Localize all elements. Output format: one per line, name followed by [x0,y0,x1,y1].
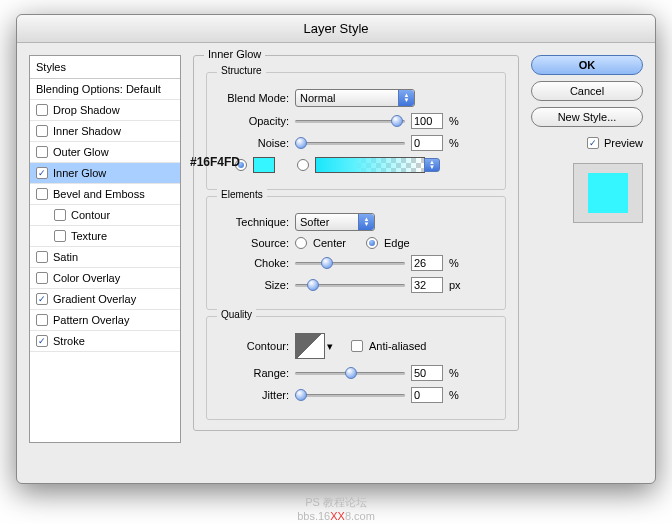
sidebar-blending-options[interactable]: Blending Options: Default [30,79,180,100]
choke-slider[interactable] [295,256,405,270]
dialog-title: Layer Style [17,15,655,43]
checkbox[interactable] [36,314,48,326]
sidebar-item-label: Texture [71,230,107,242]
checkbox[interactable] [36,251,48,263]
chevron-updown-icon: ▲▼ [358,214,374,230]
sidebar-item-label: Inner Shadow [53,125,121,137]
checkbox[interactable] [54,209,66,221]
opacity-unit: % [449,115,459,127]
source-edge-radio[interactable] [366,237,378,249]
noise-label: Noise: [217,137,289,149]
checkbox[interactable] [36,272,48,284]
choke-input[interactable] [411,255,443,271]
noise-input[interactable] [411,135,443,151]
new-style-button[interactable]: New Style... [531,107,643,127]
checkbox[interactable] [36,125,48,137]
sidebar-item-label: Pattern Overlay [53,314,129,326]
technique-label: Technique: [217,216,289,228]
styles-sidebar: Styles Blending Options: Default Drop Sh… [29,55,181,443]
elements-group: Elements Technique: Softer▲▼ Source: Cen… [206,196,506,310]
checkbox[interactable] [36,188,48,200]
chevron-updown-icon: ▲▼ [398,90,414,106]
layer-style-dialog: Layer Style Styles Blending Options: Def… [16,14,656,484]
checkbox[interactable] [36,104,48,116]
choke-unit: % [449,257,459,269]
opacity-input[interactable] [411,113,443,129]
structure-group: Structure Blend Mode: Normal▲▼ Opacity: … [206,72,506,190]
sidebar-item-label: Satin [53,251,78,263]
sidebar-item-texture[interactable]: Texture [30,226,180,247]
anti-aliased-label: Anti-aliased [369,340,426,352]
sidebar-item-label: Outer Glow [53,146,109,158]
contour-picker[interactable]: ▾ [295,333,325,359]
checkbox[interactable] [54,230,66,242]
jitter-unit: % [449,389,459,401]
size-slider[interactable] [295,278,405,292]
jitter-label: Jitter: [217,389,289,401]
contour-label: Contour: [217,340,289,352]
checkbox[interactable]: ✓ [36,167,48,179]
jitter-input[interactable] [411,387,443,403]
sidebar-item-label: Gradient Overlay [53,293,136,305]
sidebar-item-stroke[interactable]: ✓Stroke [30,331,180,352]
jitter-slider[interactable] [295,388,405,402]
size-label: Size: [217,279,289,291]
opacity-label: Opacity: [217,115,289,127]
panel-title: Inner Glow [204,48,265,60]
sidebar-item-label: Bevel and Emboss [53,188,145,200]
sidebar-item-color-overlay[interactable]: Color Overlay [30,268,180,289]
chevron-down-icon: ▾ [324,334,336,358]
ok-button[interactable]: OK [531,55,643,75]
sidebar-item-contour[interactable]: Contour [30,205,180,226]
gradient-radio[interactable] [297,159,309,171]
range-input[interactable] [411,365,443,381]
sidebar-item-label: Drop Shadow [53,104,120,116]
sidebar-item-bevel-and-emboss[interactable]: Bevel and Emboss [30,184,180,205]
main-panel: Inner Glow Structure Blend Mode: Normal▲… [193,55,519,443]
inner-glow-group: Inner Glow Structure Blend Mode: Normal▲… [193,55,519,431]
checkbox[interactable] [36,146,48,158]
anti-aliased-checkbox[interactable] [351,340,363,352]
blend-mode-select[interactable]: Normal▲▼ [295,89,415,107]
range-label: Range: [217,367,289,379]
preview-checkbox[interactable]: ✓ [587,137,599,149]
sidebar-item-label: Contour [71,209,110,221]
color-hex-annotation: #16F4FD [190,155,240,169]
structure-title: Structure [217,65,266,76]
range-slider[interactable] [295,366,405,380]
sidebar-item-inner-glow[interactable]: ✓Inner Glow [30,163,180,184]
source-center-label: Center [313,237,346,249]
source-center-radio[interactable] [295,237,307,249]
sidebar-item-gradient-overlay[interactable]: ✓Gradient Overlay [30,289,180,310]
noise-unit: % [449,137,459,149]
gradient-picker[interactable]: ▲▼ [315,157,425,173]
watermark: PS 教程论坛 bbs.16XX8.com [0,495,672,522]
sidebar-item-outer-glow[interactable]: Outer Glow [30,142,180,163]
choke-label: Choke: [217,257,289,269]
sidebar-item-pattern-overlay[interactable]: Pattern Overlay [30,310,180,331]
cancel-button[interactable]: Cancel [531,81,643,101]
sidebar-header[interactable]: Styles [30,56,180,79]
noise-slider[interactable] [295,136,405,150]
size-input[interactable] [411,277,443,293]
technique-select[interactable]: Softer▲▼ [295,213,375,231]
sidebar-item-label: Color Overlay [53,272,120,284]
sidebar-item-label: Stroke [53,335,85,347]
blend-mode-label: Blend Mode: [217,92,289,104]
quality-title: Quality [217,309,256,320]
sidebar-item-satin[interactable]: Satin [30,247,180,268]
sidebar-label: Blending Options: Default [36,83,161,95]
checkbox[interactable]: ✓ [36,335,48,347]
elements-title: Elements [217,189,267,200]
right-buttons: OK Cancel New Style... ✓ Preview [531,55,643,443]
opacity-slider[interactable] [295,114,405,128]
source-label: Source: [217,237,289,249]
sidebar-item-drop-shadow[interactable]: Drop Shadow [30,100,180,121]
preview-swatch [573,163,643,223]
chevron-updown-icon: ▲▼ [424,158,440,172]
source-edge-label: Edge [384,237,410,249]
checkbox[interactable]: ✓ [36,293,48,305]
color-swatch[interactable] [253,157,275,173]
size-unit: px [449,279,461,291]
sidebar-item-inner-shadow[interactable]: Inner Shadow [30,121,180,142]
